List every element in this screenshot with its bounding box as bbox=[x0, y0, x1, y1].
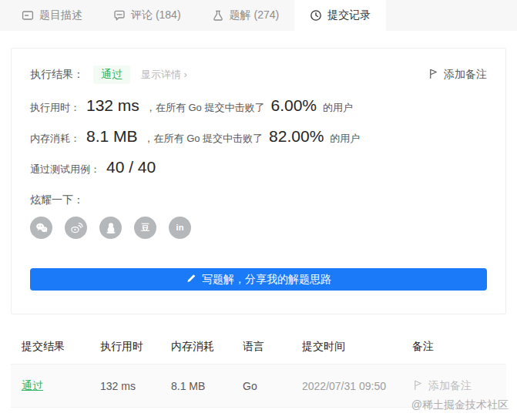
col-header-result: 提交结果 bbox=[11, 340, 89, 354]
tab-description[interactable]: 题目描述 bbox=[6, 0, 98, 31]
submission-result-link[interactable]: 通过 bbox=[22, 379, 43, 391]
weibo-icon[interactable] bbox=[65, 217, 87, 239]
add-note-button[interactable]: 添加备注 bbox=[428, 68, 487, 82]
memory-label: 内存消耗： bbox=[30, 132, 80, 146]
status-badge: 通过 bbox=[93, 66, 130, 84]
testcases-row: 通过测试用例： 40 / 40 bbox=[30, 158, 487, 176]
result-panel: 执行结果： 通过 显示详情 › 添加备注 执行用时： 132 ms ，在所有 G… bbox=[11, 48, 506, 314]
table-header-row: 提交结果 执行用时 内存消耗 语言 提交时间 备注 bbox=[11, 330, 506, 364]
qq-icon[interactable] bbox=[99, 217, 122, 239]
write-solution-button[interactable]: 写题解，分享我的解题思路 bbox=[30, 268, 487, 291]
testcases-label: 通过测试用例： bbox=[30, 163, 100, 176]
douban-icon[interactable]: 豆 bbox=[134, 217, 156, 239]
tab-submissions[interactable]: 提交记录 bbox=[294, 0, 386, 31]
runtime-row: 执行用时： 132 ms ，在所有 Go 提交中击败了 6.00% 的用户 bbox=[30, 96, 487, 115]
memory-beats-prefix: ，在所有 Go 提交中击败了 bbox=[144, 132, 264, 146]
tab-solutions[interactable]: 题解 (274) bbox=[196, 0, 295, 31]
submission-language: Go bbox=[232, 380, 291, 392]
comment-icon bbox=[113, 9, 126, 22]
social-share-row: 豆 in bbox=[30, 217, 487, 239]
add-note-label: 添加备注 bbox=[444, 68, 487, 82]
douban-glyph: 豆 bbox=[141, 223, 149, 232]
runtime-beats-percent: 6.00% bbox=[270, 96, 317, 115]
submission-runtime: 132 ms bbox=[89, 380, 160, 392]
col-header-runtime: 执行用时 bbox=[89, 340, 160, 354]
write-solution-label: 写题解，分享我的解题思路 bbox=[202, 273, 331, 287]
execution-result-label: 执行结果： bbox=[30, 68, 84, 82]
runtime-value: 132 ms bbox=[86, 96, 139, 115]
add-note-button[interactable]: 添加备注 bbox=[412, 379, 506, 393]
memory-value: 8.1 MB bbox=[86, 127, 138, 146]
linkedin-icon[interactable]: in bbox=[169, 217, 191, 239]
tab-label: 题目描述 bbox=[39, 8, 82, 22]
table-row: 解答错误 N/A N/A Go 2022/07/31 09:38 添加备注 bbox=[11, 407, 506, 420]
share-label: 炫耀一下： bbox=[30, 193, 487, 207]
tab-comments[interactable]: 评论 (184) bbox=[98, 0, 196, 31]
testcases-value: 40 / 40 bbox=[106, 158, 156, 176]
submissions-table: 提交结果 执行用时 内存消耗 语言 提交时间 备注 通过 132 ms 8.1 … bbox=[11, 330, 506, 420]
description-icon bbox=[22, 9, 34, 22]
tab-label: 提交记录 bbox=[327, 8, 371, 22]
col-header-language: 语言 bbox=[232, 340, 291, 354]
memory-beats-percent: 82.00% bbox=[269, 127, 324, 146]
show-details-link[interactable]: 显示详情 › bbox=[141, 68, 187, 82]
wechat-icon[interactable] bbox=[30, 217, 52, 239]
flag-icon bbox=[412, 379, 424, 393]
tab-label: 评论 (184) bbox=[131, 8, 181, 22]
execution-result-row: 执行结果： 通过 显示详情 › 添加备注 bbox=[30, 66, 487, 84]
tab-bar: 题目描述 评论 (184) 题解 (274) 提交记录 bbox=[0, 0, 517, 31]
runtime-label: 执行用时： bbox=[30, 101, 80, 115]
clock-icon bbox=[310, 9, 322, 22]
table-row: 通过 132 ms 8.1 MB Go 2022/07/31 09:50 添加备… bbox=[11, 364, 506, 407]
col-header-memory: 内存消耗 bbox=[160, 340, 232, 354]
pencil-icon bbox=[186, 273, 196, 286]
memory-beats-suffix: 的用户 bbox=[330, 132, 360, 146]
tab-label: 题解 (274) bbox=[230, 8, 280, 22]
add-note-label: 添加备注 bbox=[428, 379, 472, 393]
linkedin-glyph: in bbox=[176, 223, 184, 232]
flask-icon bbox=[212, 9, 224, 22]
runtime-beats-suffix: 的用户 bbox=[323, 101, 353, 115]
flag-icon bbox=[428, 68, 439, 82]
runtime-beats-prefix: ，在所有 Go 提交中击败了 bbox=[146, 101, 265, 115]
memory-row: 内存消耗： 8.1 MB ，在所有 Go 提交中击败了 82.00% 的用户 bbox=[30, 127, 487, 146]
col-header-time: 提交时间 bbox=[291, 340, 401, 354]
submission-time: 2022/07/31 09:50 bbox=[291, 380, 401, 392]
col-header-note: 备注 bbox=[401, 340, 506, 354]
submission-memory: 8.1 MB bbox=[160, 380, 232, 392]
